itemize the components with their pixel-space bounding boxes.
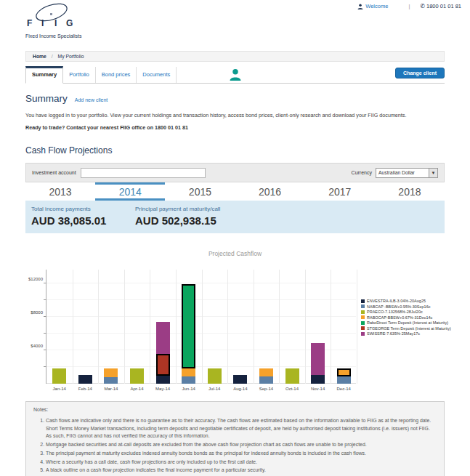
bar-segment-envestra-ilb-3-04-20 [311,375,325,384]
year-tab-2017[interactable]: 2017 [305,182,375,201]
legend-label: STGEORGE Term Deposit (Interest at Matur… [367,326,451,331]
bar-segment-rabocap-bbsw-0-67-31 [259,368,273,376]
breadcrumb-separator: / [52,54,53,59]
svg-text:I: I [41,18,44,28]
currency-select[interactable]: Australian Dollar ▼ [376,168,438,178]
legend-item: STGEORGE Term Deposit (Interest at Matur… [361,326,451,331]
cashflow-filter-bar: Investment account Currency Australian D… [25,163,445,182]
bar-segment-nabcap-bbsw-0-95-30s [182,376,195,384]
x-axis-label: Oct-14 [279,387,305,391]
y-axis-label: $8000 [31,310,43,315]
bar-segment-nabcap-bbsw-0-95-30s [259,376,273,384]
tab-summary[interactable]: Summary [25,66,63,84]
bar-segment-rabocap-bbsw-0-67-31 [182,368,195,376]
year-tab-2018[interactable]: 2018 [375,182,445,201]
chart-plot-area: $4000$8000$12000Jan-14Feb-14Mar-14Apr-14… [46,270,356,384]
principal-value: AUD 502,938.15 [135,214,233,227]
y-tick-mark [44,299,46,300]
currency-selected-value: Australian Dollar [376,170,429,175]
note-item: A black outline on a cash flow projectio… [46,467,437,475]
chevron-down-icon: ▼ [429,169,437,177]
company-tagline: Fixed Income Specialists [25,33,445,39]
chart-legend: ENVESTRA-ILB-3.04%-20Aug25NABCAP -BBSW+0… [361,299,451,337]
y-tick-mark [44,333,46,334]
v-gridline [124,270,125,384]
v-gridline [202,270,203,384]
tab-documents[interactable]: Documents [137,67,177,83]
breadcrumb-home[interactable]: Home [33,54,46,59]
v-gridline [254,270,254,384]
change-client-button[interactable]: Change client [395,68,445,78]
year-tab-2013[interactable]: 2013 [25,182,95,201]
legend-swatch-icon [361,315,365,319]
bar-segment-envestra-ilb-3-04-20 [78,375,92,384]
client-person-icon[interactable] [229,68,241,81]
investment-account-label: Investment account [32,170,76,175]
year-tab-2015[interactable]: 2015 [165,182,235,201]
tab-portfolio[interactable]: Portfolio [63,67,96,83]
legend-swatch-icon [361,310,365,314]
fiig-logo-icon: F I I G [25,3,84,32]
legend-label: NABCAP -BBSW+0.95%-30Sep16c [367,304,430,309]
legend-item: PRAECO-7.132568%-28Jul20c [361,310,451,314]
x-axis-label: Feb-14 [73,387,99,391]
y-tick-mark [44,283,46,283]
x-axis-label: Dec-14 [331,387,357,391]
notes-box: Notes: Cash flows are indicative only an… [25,401,445,476]
y-tick-mark [44,350,46,350]
v-gridline [73,270,73,384]
svg-text:G: G [66,18,73,28]
x-axis-label: Sep-14 [254,387,280,391]
investment-account-input[interactable] [81,168,206,178]
legend-swatch-icon [361,326,365,330]
year-tab-2014[interactable]: 2014 [95,182,165,201]
bar-segment-praeco-7-132568-28ju [52,368,66,384]
year-tabs: 201320142015201620172018 [25,182,445,201]
y-tick-mark [44,316,46,317]
x-axis-label: May-14 [150,387,176,391]
bar-segment-rabocap-bbsw-0-67-31 [337,368,351,376]
v-gridline [279,270,280,384]
legend-label: PRAECO-7.132568%-28Jul20c [367,310,423,314]
welcome-link[interactable]: Welcome [365,3,388,9]
legend-label: RABOCAP-BBSW+0.67%-31Dec14c [367,315,432,320]
legend-swatch-icon [361,321,365,325]
legend-label: SWISSRE-7.635%-25May17c [367,331,420,336]
cashflow-heading: Cash Flow Projections [25,145,445,156]
header-phone-number: 1800 01 01 81 [426,3,461,9]
tab-bond-prices[interactable]: Bond prices [96,67,137,83]
cashflow-chart: Projected Cashflow $4000$8000$12000Jan-1… [25,246,445,397]
bar-segment-envestra-ilb-3-04-20 [233,375,247,384]
legend-swatch-icon [361,299,365,303]
v-gridline [98,270,99,384]
year-tab-2016[interactable]: 2016 [235,182,305,201]
bar-segment-envestra-ilb-3-04-20 [156,376,170,384]
currency-group: Currency Australian Dollar ▼ [352,168,438,178]
legend-item: RABOCAP-BBSW+0.67%-31Dec14c [361,315,451,320]
v-gridline [150,270,150,384]
y-axis-label: $4000 [31,344,43,348]
x-axis-label: Apr-14 [124,387,150,391]
svg-text:F: F [27,18,32,28]
phone-icon: ✆ [420,3,425,9]
legend-item: ENVESTRA-ILB-3.04%-20Aug25 [361,299,451,303]
intro-text: You have logged in to your portfolio. Vi… [25,112,445,118]
legend-item: NABCAP -BBSW+0.95%-30Sep16c [361,304,451,309]
legend-item: SWISSRE-7.635%-25May17c [361,331,451,336]
ready-to-trade-text: Ready to trade? Contact your nearest FII… [25,124,445,131]
note-item: Where a security has a call date, cash f… [46,459,437,467]
bar-segment-swissre-7-635-25may1 [311,343,325,375]
v-gridline [357,270,357,384]
header: F I I G Fixed Income Specialists Welcome… [25,0,445,47]
total-income-metric: Total income payments AUD 38,085.01 [31,206,129,227]
add-new-client-link[interactable]: Add new client [75,97,108,102]
v-gridline [305,270,306,384]
currency-label: Currency [352,170,372,175]
summary-heading-row: Summary Add new client [25,93,445,104]
svg-text:I: I [54,18,57,28]
bar-segment-praeco-7-132568-28ju [208,368,222,384]
principal-label: Principal payment at maturity/call [135,206,233,212]
x-axis-label: Aug-14 [227,387,254,391]
x-axis-label: Nov-14 [305,387,331,391]
x-axis-label: Jan-14 [46,387,73,391]
